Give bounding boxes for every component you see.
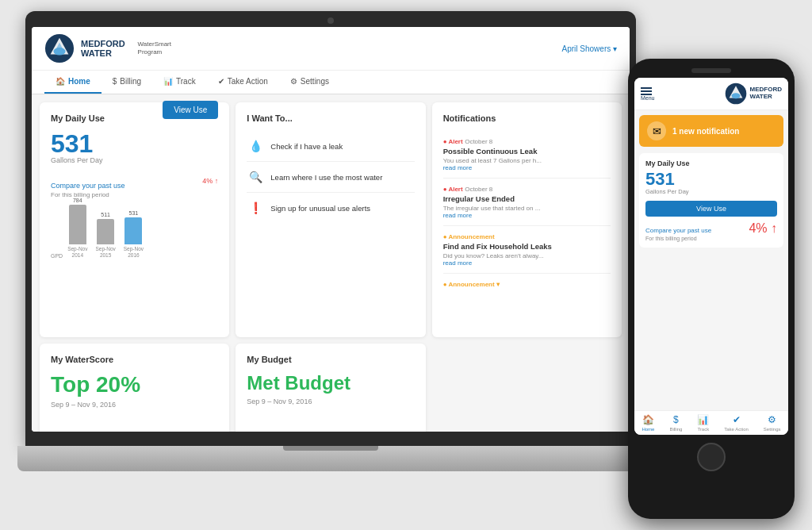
notif-title-3: Find and Fix Household Leaks <box>443 242 611 251</box>
budget-card: My Budget Met Budget Sep 9 – Nov 9, 2016 <box>236 344 425 432</box>
user-menu[interactable]: April Showers ▾ <box>562 44 617 53</box>
waterscore-title: My WaterScore <box>51 355 218 364</box>
budget-title: My Budget <box>247 355 414 364</box>
action-item-leak[interactable]: 💧 Check if I have a leak <box>247 131 414 162</box>
view-use-button[interactable]: View Use <box>163 101 218 119</box>
laptop-camera <box>327 17 334 24</box>
phone-daily-use-card: My Daily Use 531 Gallons Per Day View Us… <box>639 153 783 248</box>
notifications-title: Notifications <box>443 113 611 123</box>
notif-date-2: October 8 <box>465 186 492 193</box>
notif-date-1: October 8 <box>465 138 492 145</box>
notif-item-2: ● Alert October 8 Irregular Use Ended Th… <box>443 179 611 226</box>
waterscore-period: Sep 9 – Nov 9, 2016 <box>51 401 218 409</box>
daily-use-unit: Gallons Per Day <box>51 156 103 164</box>
bar-chart-inner: 784 Sep-Nov2014 511 Sep-Nov2015 <box>67 211 144 259</box>
read-more-2[interactable]: read more <box>443 212 611 219</box>
compare-label: Compare your past use <box>51 182 125 190</box>
phone-settings-icon: ⚙ <box>768 414 776 425</box>
screen-body: My Daily Use 531 Gallons Per Day View Us… <box>32 94 630 432</box>
compare-pct: 4% ↑ <box>202 177 218 185</box>
phone-nav-home[interactable]: 🏠 Home <box>642 414 654 432</box>
hamburger-line-1 <box>641 87 652 89</box>
notification-bell-icon: ✉ <box>647 121 666 140</box>
nav-item-take-action[interactable]: ✔ Take Action <box>207 71 279 94</box>
phone-nav-settings[interactable]: ⚙ Settings <box>764 414 781 432</box>
nav-item-settings[interactable]: ⚙ Settings <box>279 71 340 94</box>
laptop-base <box>17 446 644 471</box>
phone-logo-area: MEDFORDWATER <box>725 83 782 105</box>
phone-nav-take-action-label: Take Action <box>724 427 749 432</box>
phone-compare-label: Compare your past use <box>645 227 711 234</box>
laptop-base-notch <box>283 446 378 451</box>
phone-home-icon: 🏠 <box>642 414 654 425</box>
logo-area: MEDFORD WATER WaterSmartProgram <box>44 33 171 63</box>
alerts-icon: ❗ <box>247 199 264 217</box>
phone-nav-track[interactable]: 📊 Track <box>697 414 709 432</box>
gpd-label: GPD <box>51 253 63 259</box>
nav-item-track[interactable]: 📊 Track <box>152 71 207 94</box>
phone-menu-icon[interactable] <box>641 87 655 95</box>
nav-item-billing[interactable]: $ Billing <box>102 71 152 94</box>
nav-item-home[interactable]: 🏠 Home <box>44 71 102 94</box>
learn-icon: 🔍 <box>247 168 264 186</box>
bar-2 <box>97 219 114 244</box>
phone-compare-pct: 4% ↑ <box>749 221 777 236</box>
phone-home-button[interactable] <box>697 443 726 471</box>
program-label: WaterSmartProgram <box>138 40 171 56</box>
phone-nav-take-action[interactable]: ✔ Take Action <box>724 414 749 432</box>
notif-body-2: The irregular use that started on ... <box>443 205 611 212</box>
notif-body-1: You used at least 7 Gallons per h... <box>443 157 611 164</box>
action-item-learn[interactable]: 🔍 Learn where I use the most water <box>247 162 414 193</box>
phone-speaker <box>691 68 731 73</box>
phone-nav-home-label: Home <box>642 427 654 432</box>
phone-daily-use-value: 531 <box>645 171 777 188</box>
bar-1 <box>69 205 86 244</box>
logo-text: MEDFORD WATER <box>81 39 125 58</box>
notif-badge-3: ● Announcement <box>443 233 495 240</box>
bar-group-1: 784 Sep-Nov2014 <box>67 198 87 259</box>
notif-item-4: ● Announcement ▾ <box>443 274 611 294</box>
phone-compare-period: For this billing period <box>645 236 777 241</box>
notif-badge-4: ● Announcement ▾ <box>443 281 500 288</box>
svg-point-6 <box>731 93 740 98</box>
waterscore-card: My WaterScore Top 20% Sep 9 – Nov 9, 201… <box>40 344 229 432</box>
notification-banner-text: 1 new notification <box>672 127 739 136</box>
notif-item-1: ● Alert October 8 Possible Continuous Le… <box>443 131 611 179</box>
waterscore-value: Top 20% <box>51 372 218 398</box>
notif-title-2: Irregular Use Ended <box>443 194 611 203</box>
i-want-to-title: I Want To... <box>247 113 414 123</box>
phone-daily-use-unit: Gallons Per Day <box>645 188 777 195</box>
read-more-1[interactable]: read more <box>443 164 611 171</box>
phone-body: ✉ 1 new notification My Daily Use 531 Ga… <box>634 110 788 284</box>
phone-nav-settings-label: Settings <box>764 427 781 432</box>
laptop: MEDFORD WATER WaterSmartProgram April Sh… <box>17 11 644 471</box>
phone-billing-icon: $ <box>673 414 679 425</box>
notif-title-1: Possible Continuous Leak <box>443 147 611 156</box>
screen-header: MEDFORD WATER WaterSmartProgram April Sh… <box>32 27 630 71</box>
i-want-to-card: I Want To... 💧 Check if I have a leak 🔍 … <box>236 102 425 337</box>
leak-icon: 💧 <box>247 137 264 155</box>
bar-label-1: Sep-Nov2014 <box>67 246 87 259</box>
bar-group-2: 511 Sep-Nov2015 <box>95 212 115 259</box>
phone-menu-label: Menu <box>641 95 655 101</box>
hamburger-line-2 <box>641 90 652 92</box>
phone-track-icon: 📊 <box>697 414 709 425</box>
phone-daily-use-title: My Daily Use <box>645 159 777 167</box>
notifications-card: Notifications ● Alert October 8 Possible… <box>432 102 622 337</box>
scene: MEDFORD WATER WaterSmartProgram April Sh… <box>17 11 795 519</box>
phone-view-use-button[interactable]: View Use <box>645 201 777 217</box>
bar-chart: GPD 784 Sep-Nov2014 511 <box>51 205 218 259</box>
phone-nav-billing-label: Billing <box>669 427 682 432</box>
phone-nav-billing[interactable]: $ Billing <box>669 414 682 432</box>
nav-bar: 🏠 Home $ Billing 📊 Track ✔ Take Action ⚙… <box>32 71 630 94</box>
notif-badge-1: ● Alert <box>443 138 463 145</box>
bar-3 <box>124 217 142 244</box>
notif-body-3: Did you know? Leaks aren't alway... <box>443 252 611 259</box>
bar-label-3: Sep-Nov2016 <box>124 246 144 259</box>
phone-logo-text: MEDFORDWATER <box>750 86 782 101</box>
laptop-screen: MEDFORD WATER WaterSmartProgram April Sh… <box>32 27 630 432</box>
notification-banner[interactable]: ✉ 1 new notification <box>639 115 783 147</box>
budget-value: Met Budget <box>247 372 414 394</box>
action-item-alerts[interactable]: ❗ Sign up for unusual use alerts <box>247 193 414 223</box>
read-more-3[interactable]: read more <box>443 259 611 267</box>
